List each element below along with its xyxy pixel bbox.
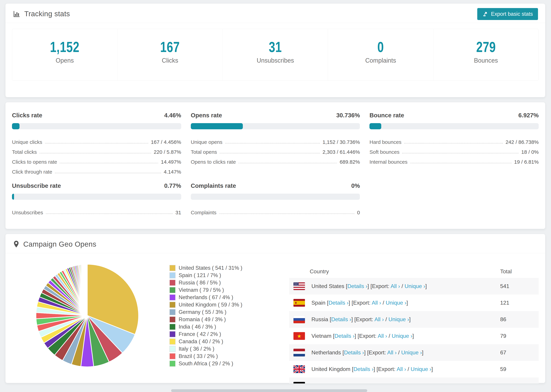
progress-bar [369,123,539,129]
stat-box-opens: 1,152Opens [12,29,117,81]
rate-detail-row: Opens to clicks rate689.82% [191,155,360,165]
legend-label: United Kingdom ( 59 / 3% ) [179,302,242,308]
rate-value: 30.736% [336,112,360,119]
legend-item: Netherlands ( 67 / 4% ) [170,294,289,301]
map-pin-icon [13,240,20,248]
rate-section-opens-rate: Opens rate30.736%Unique opens1,152 / 30.… [191,111,360,175]
legend-item: Germany ( 55 / 3% ) [170,308,289,316]
export-unique-link[interactable]: Unique › [392,333,412,339]
stat-box-bounces: 279Bounces [433,29,538,81]
stat-box-unsubscribes: 31Unsubscribes [223,29,328,81]
export-all-link[interactable]: All › [372,300,381,306]
geo-table-row: Germany [Details ›] [Export: All › / Uni… [289,378,539,384]
export-button-label: Export basic stats [491,11,533,17]
pie-chart-svg [35,263,140,368]
summary-stats-row: 1,152Opens167Clicks31Unsubscribes0Compla… [12,29,539,81]
details-link[interactable]: Details › [353,366,373,372]
geo-table-row: United States [Details ›] [Export: All ›… [289,278,539,294]
legend-swatch [170,316,176,322]
horizontal-scrollbar-thumb[interactable] [171,389,367,392]
country-cell: Russia [Details ›] [Export: All › / Uniq… [311,316,411,322]
flag-gb-icon [293,365,305,373]
legend-item: Russia ( 86 / 5% ) [170,279,289,286]
rate-title: Bounce rate [369,112,404,119]
rate-section-clicks-rate: Clicks rate4.46%Unique clicks167 / 4.456… [12,111,181,175]
progress-bar [191,123,360,129]
export-unique-link[interactable]: Unique › [389,316,409,322]
legend-item: India ( 46 / 3% ) [170,323,289,330]
legend-label: Brazil ( 33 / 2% ) [179,353,218,359]
total-cell: 59 [500,366,539,372]
country-cell: Spain [Details ›] [Export: All › / Uniqu… [311,300,408,306]
legend-item: United States ( 541 / 31% ) [170,264,289,272]
legend-item: Canada ( 40 / 2% ) [170,338,289,345]
legend-label: United States ( 541 / 31% ) [179,265,242,271]
geo-opens-body: United States ( 541 / 31% )Spain ( 121 /… [6,253,545,384]
rate-section-complaints-rate: Complaints rate0%Complaints0 [191,182,360,216]
details-link[interactable]: Details › [337,383,357,384]
legend-swatch [170,331,176,337]
geo-opens-title: Campaign Geo Opens [13,240,538,249]
rate-value: 4.46% [164,112,181,119]
export-unique-link[interactable]: Unique › [394,383,415,384]
export-all-link[interactable]: All › [380,383,390,384]
geo-opens-title-text: Campaign Geo Opens [23,240,96,249]
export-all-link[interactable]: All › [390,283,400,289]
tracking-stats-title: Tracking stats [13,9,538,18]
legend-label: Netherlands ( 67 / 4% ) [179,294,233,301]
progress-bar [191,194,360,200]
export-unique-link[interactable]: Unique › [411,366,431,372]
export-unique-link[interactable]: Unique › [401,350,422,356]
legend-label: Romania ( 49 / 3% ) [179,316,226,322]
stat-box-clicks: 167Clicks [117,29,223,81]
rate-value: 0.77% [164,182,181,189]
export-all-link[interactable]: All › [387,350,397,356]
page-content: Tracking stats Export basic stats 1,152O… [5,3,545,383]
geo-table-header: Country Total [289,265,539,278]
export-unique-link[interactable]: Unique › [386,300,406,306]
stat-label: Clicks [117,57,222,64]
rates-grid: Clicks rate4.46%Unique clicks167 / 4.456… [6,102,545,229]
details-link[interactable]: Details › [347,283,367,289]
tracking-stats-title-text: Tracking stats [24,9,70,18]
geo-table-row: United Kingdom [Details ›] [Export: All … [289,361,539,378]
geo-table-row: Vietnam [Details ›] [Export: All › / Uni… [289,328,539,344]
rate-detail-row: Hard bounces242 / 86.738% [369,135,539,145]
rate-section-unsubscribe-rate: Unsubscribe rate0.77%Unsubscribes31 [12,182,181,216]
geo-table: Country Total United States [Details ›] … [289,265,539,384]
legend-swatch [170,294,176,301]
progress-bar [12,123,181,129]
legend-swatch [170,338,176,345]
export-all-link[interactable]: All › [397,366,406,372]
stat-label: Bounces [433,57,538,64]
rate-title: Clicks rate [12,112,42,119]
export-all-link[interactable]: All › [374,316,384,322]
details-link[interactable]: Details › [335,333,354,339]
total-cell: 86 [500,316,539,322]
flag-vn-icon [293,332,305,340]
total-cell: 67 [500,350,539,356]
rate-detail-row: Unique clicks167 / 4.456% [12,135,181,145]
details-link[interactable]: Details › [329,300,349,306]
rate-value: 6.927% [518,112,539,119]
stat-box-complaints: 0Complaints [328,29,433,81]
geo-table-row: Netherlands [Details ›] [Export: All › /… [289,344,539,361]
export-unique-link[interactable]: Unique › [404,283,425,289]
details-link[interactable]: Details › [331,316,351,322]
legend-swatch [170,309,176,315]
export-all-link[interactable]: All › [378,333,387,339]
geo-opens-card: Campaign Geo Opens United States ( 541 /… [5,234,545,383]
legend-swatch [170,302,176,308]
details-link[interactable]: Details › [344,350,364,356]
legend-swatch [170,361,176,367]
rate-value: 0% [351,182,360,189]
country-cell: United Kingdom [Details ›] [Export: All … [311,366,433,372]
flag-ru-icon [293,315,305,323]
pie-legend: United States ( 541 / 31% )Spain ( 121 /… [162,257,289,384]
rate-detail-row: Internal bounces19 / 6.81% [369,155,539,165]
geo-table-row: Spain [Details ›] [Export: All › / Uniqu… [289,294,539,311]
export-basic-stats-button[interactable]: Export basic stats [477,8,538,20]
country-column-header: Country [289,268,500,275]
legend-label: France ( 42 / 2% ) [179,331,221,337]
legend-label: Italy ( 36 / 2% ) [179,346,214,352]
